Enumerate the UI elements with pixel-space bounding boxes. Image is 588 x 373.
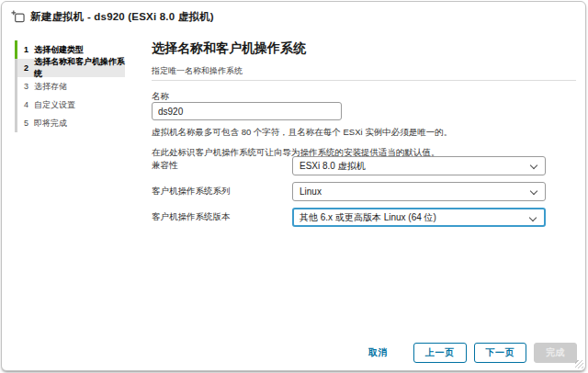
step-number: 2: [24, 63, 34, 73]
guest-os-family-row: 客户机操作系统系列 Linux: [152, 182, 576, 201]
step-label: 选择名称和客户机操作系统: [34, 56, 125, 80]
guest-os-version-select[interactable]: 其他 6.x 或更高版本 Linux (64 位): [292, 208, 546, 227]
step-select-name-guest-os[interactable]: 2 选择名称和客户机操作系统: [15, 59, 125, 77]
guest-os-family-label: 客户机操作系统系列: [152, 186, 292, 198]
chevron-down-icon: [530, 187, 537, 195]
guest-os-version-label: 客户机操作系统版本: [152, 211, 292, 223]
finish-button: 完成: [534, 343, 577, 363]
compatibility-label: 兼容性: [152, 160, 292, 172]
guest-os-version-row: 客户机操作系统版本 其他 6.x 或更高版本 Linux (64 位): [152, 208, 576, 227]
next-button[interactable]: 下一页: [474, 343, 527, 363]
page-subtitle: 指定唯一名称和操作系统: [152, 65, 243, 77]
guest-os-version-value: 其他 6.x 或更高版本 Linux (64 位): [300, 211, 436, 224]
step-number: 1: [24, 45, 34, 54]
vm-name-help-text: 虚拟机名称最多可包含 80 个字符，且名称在每个 ESXi 实例中必须是唯一的。: [152, 127, 452, 139]
header-divider: [152, 80, 576, 81]
step-label: 选择存储: [34, 81, 67, 93]
dialog-titlebar: 新建虚拟机 - ds920 (ESXi 8.0 虚拟机): [11, 10, 214, 24]
compatibility-select[interactable]: ESXi 8.0 虚拟机: [292, 156, 546, 175]
compatibility-value: ESXi 8.0 虚拟机: [300, 160, 366, 173]
cancel-button[interactable]: 取消: [359, 343, 397, 363]
guest-os-family-select[interactable]: Linux: [292, 182, 546, 201]
vm-name-input[interactable]: [152, 102, 342, 120]
chevron-down-icon: [530, 162, 537, 169]
resize-grip[interactable]: [575, 360, 583, 368]
step-label: 选择创建类型: [34, 44, 84, 56]
step-number: 5: [24, 119, 34, 128]
step-customize-settings[interactable]: 4 自定义设置: [15, 96, 125, 114]
new-vm-icon: [11, 10, 25, 24]
chevron-down-icon: [529, 214, 537, 221]
step-number: 4: [24, 100, 34, 109]
wizard-footer: 取消 上一页 下一页 完成: [359, 343, 577, 363]
compatibility-row: 兼容性 ESXi 8.0 虚拟机: [152, 156, 576, 175]
page-title: 选择名称和客户机操作系统: [152, 40, 306, 57]
step-number: 3: [24, 82, 34, 91]
wizard-steps-sidebar: 1 选择创建类型 2 选择名称和客户机操作系统 3 选择存储 4 自定义设置 5…: [15, 40, 125, 132]
back-button[interactable]: 上一页: [413, 343, 467, 363]
step-label: 即将完成: [34, 118, 67, 130]
dialog-title: 新建虚拟机 - ds920 (ESXi 8.0 虚拟机): [30, 10, 214, 24]
step-ready-to-complete[interactable]: 5 即将完成: [15, 114, 125, 132]
new-vm-wizard-dialog: 新建虚拟机 - ds920 (ESXi 8.0 虚拟机) 1 选择创建类型 2 …: [1, 1, 586, 371]
step-label: 自定义设置: [34, 99, 75, 111]
step-select-storage[interactable]: 3 选择存储: [15, 77, 125, 96]
guest-os-family-value: Linux: [300, 186, 322, 197]
